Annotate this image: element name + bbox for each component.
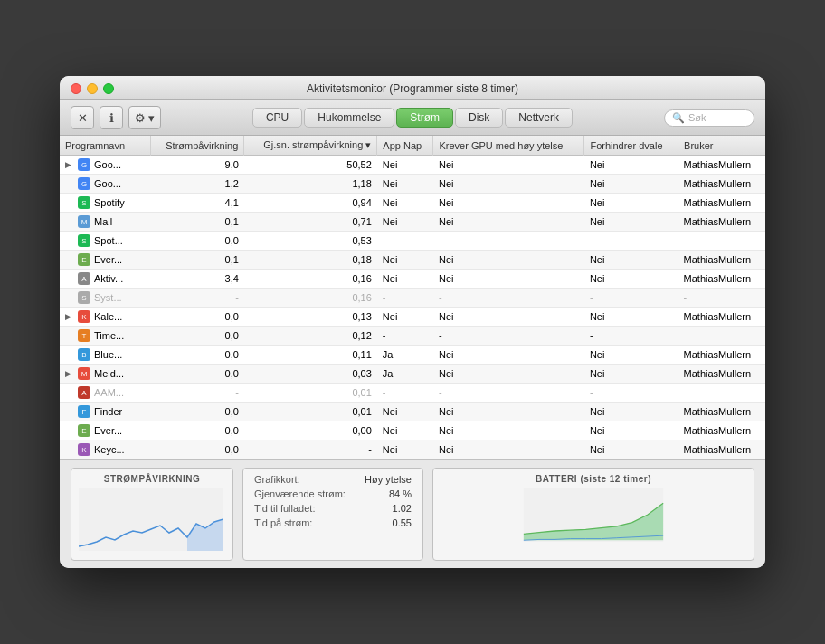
cell-gjsn: 0,12 [244, 327, 377, 346]
process-name: Spotify [94, 197, 125, 208]
table-row[interactable]: A AAM... -0,01--- [60, 384, 765, 402]
table-row[interactable]: E Ever... 0,10,18NeiNeiNeiMathiasMullern [60, 251, 765, 270]
cell-name: K Keyc... [60, 440, 150, 459]
tab-strom[interactable]: Strøm [396, 108, 453, 128]
search-placeholder: Søk [688, 112, 706, 123]
expand-arrow: ▶ [65, 369, 74, 378]
cell-forhindrer: Nei [584, 440, 678, 459]
app-icon: T [78, 329, 90, 342]
battery-chart-svg [441, 488, 746, 542]
table-row[interactable]: K Keyc... 0,0-NeiNeiNeiMathiasMullern [60, 440, 765, 459]
app-icon: E [78, 253, 90, 266]
bottom-panel: STRØMPÅVIRKNING Grafikkort: Høy ytelse G… [60, 459, 765, 568]
cell-gjsn: 0,03 [244, 365, 377, 384]
cell-name: A Aktiv... [60, 270, 150, 289]
app-icon: G [78, 158, 90, 171]
table-row[interactable]: ▶ G Goo... 9,050,52NeiNeiNeiMathiasMulle… [60, 156, 765, 175]
cell-gjsn: 1,18 [244, 175, 377, 194]
cell-name: ▶ G Goo... [60, 156, 150, 175]
col-gjsn[interactable]: Gj.sn. strømpåvirkning ▾ [244, 136, 377, 156]
tab-hukommelse[interactable]: Hukommelse [304, 108, 394, 128]
cell-strom: 0,0 [150, 346, 244, 365]
cell-bruker: MathiasMullern [678, 365, 765, 384]
cell-forhindrer: Nei [584, 365, 678, 384]
app-icon: M [78, 367, 90, 380]
cell-bruker: MathiasMullern [678, 440, 765, 459]
battery-chart-title: BATTERI (siste 12 timer) [441, 474, 746, 484]
table-row[interactable]: A Aktiv... 3,40,16NeiNeiNeiMathiasMuller… [60, 270, 765, 289]
tab-disk[interactable]: Disk [455, 108, 503, 128]
col-krever-gpu[interactable]: Krever GPU med høy ytelse [433, 136, 584, 156]
col-forhindrer[interactable]: Forhindrer dvale [584, 136, 678, 156]
energy-chart-area [79, 488, 225, 554]
traffic-lights [71, 83, 114, 94]
tid-strom-label: Tid på strøm: [254, 517, 312, 528]
cell-bruker [678, 384, 765, 402]
cell-bruker [678, 232, 765, 251]
col-programnavn[interactable]: Programnavn [60, 136, 150, 156]
cell-bruker: MathiasMullern [678, 308, 765, 327]
gear-button[interactable]: ⚙ ▾ [128, 106, 161, 129]
window-title: Aktivitetsmonitor (Programmer siste 8 ti… [307, 82, 518, 95]
table-row[interactable]: G Goo... 1,21,18NeiNeiNeiMathiasMullern [60, 175, 765, 194]
battery-chart-panel: BATTERI (siste 12 timer) [432, 468, 754, 561]
tab-nettverk[interactable]: Nettverk [505, 108, 573, 128]
process-name: Kale... [94, 311, 122, 322]
search-box[interactable]: 🔍 Søk [664, 109, 754, 127]
cell-krever-gpu: Nei [433, 213, 584, 232]
process-name: Goo... [94, 178, 121, 189]
cell-appnap: Nei [377, 421, 433, 440]
stat-tid-fulladet: Tid til fulladet: 1.02 [254, 503, 412, 514]
table-row[interactable]: F Finder 0,00,01NeiNeiNeiMathiasMullern [60, 402, 765, 421]
table-row[interactable]: ▶ K Kale... 0,00,13NeiNeiNeiMathiasMulle… [60, 308, 765, 327]
battery-chart-area [441, 488, 746, 554]
app-icon: E [78, 424, 90, 437]
gear-icon: ⚙ ▾ [135, 111, 156, 125]
titlebar: Aktivitetsmonitor (Programmer siste 8 ti… [60, 76, 765, 100]
cell-strom: 9,0 [150, 156, 244, 175]
cell-forhindrer: Nei [584, 251, 678, 270]
cell-bruker [678, 327, 765, 346]
minimize-button[interactable] [87, 83, 98, 94]
cell-appnap: Nei [377, 402, 433, 421]
grafikkort-value: Høy ytelse [365, 474, 412, 485]
cell-name: ▶ K Kale... [60, 308, 150, 327]
cell-gjsn: 0,13 [244, 308, 377, 327]
toolbar: ✕ ℹ ⚙ ▾ CPU Hukommelse Strøm Disk Nettve… [60, 100, 765, 136]
info-button[interactable]: ℹ [100, 106, 123, 129]
col-bruker[interactable]: Bruker [678, 136, 765, 156]
table-row[interactable]: E Ever... 0,00,00NeiNeiNeiMathiasMullern [60, 421, 765, 440]
table-row[interactable]: T Time... 0,00,12--- [60, 327, 765, 346]
app-icon: M [78, 215, 90, 228]
close-x-button[interactable]: ✕ [71, 106, 94, 129]
cell-strom: 0,0 [150, 327, 244, 346]
cell-name: S Syst... [60, 289, 150, 308]
tab-cpu[interactable]: CPU [252, 108, 302, 128]
table-row[interactable]: S Syst... -0,16---- [60, 289, 765, 308]
cell-krever-gpu: - [433, 384, 584, 402]
cell-bruker: MathiasMullern [678, 251, 765, 270]
cell-krever-gpu: Nei [433, 194, 584, 213]
col-appnap[interactable]: App Nap [377, 136, 433, 156]
gjenvaerende-label: Gjenværende strøm: [254, 488, 346, 499]
maximize-button[interactable] [103, 83, 114, 94]
cell-appnap: Ja [377, 346, 433, 365]
cell-forhindrer: - [584, 232, 678, 251]
table-row[interactable]: M Mail 0,10,71NeiNeiNeiMathiasMullern [60, 213, 765, 232]
table-header-row: Programnavn Strømpåvirkning Gj.sn. strøm… [60, 136, 765, 156]
process-name: AAM... [94, 387, 124, 398]
gjenvaerende-value: 84 % [389, 488, 412, 499]
cell-name: S Spot... [60, 232, 150, 251]
table-row[interactable]: B Blue... 0,00,11JaNeiNeiMathiasMullern [60, 346, 765, 365]
col-strom[interactable]: Strømpåvirkning [150, 136, 244, 156]
close-button[interactable] [71, 83, 81, 94]
cell-appnap: - [377, 289, 433, 308]
table-row[interactable]: S Spotify 4,10,94NeiNeiNeiMathiasMullern [60, 194, 765, 213]
table-row[interactable]: ▶ M Meld... 0,00,03JaNeiNeiMathiasMuller… [60, 365, 765, 384]
energy-chart-title: STRØMPÅVIRKNING [79, 474, 225, 484]
cell-bruker: MathiasMullern [678, 270, 765, 289]
cell-appnap: Ja [377, 365, 433, 384]
cell-bruker: - [678, 289, 765, 308]
table-row[interactable]: S Spot... 0,00,53--- [60, 232, 765, 251]
cell-gjsn: 0,16 [244, 270, 377, 289]
